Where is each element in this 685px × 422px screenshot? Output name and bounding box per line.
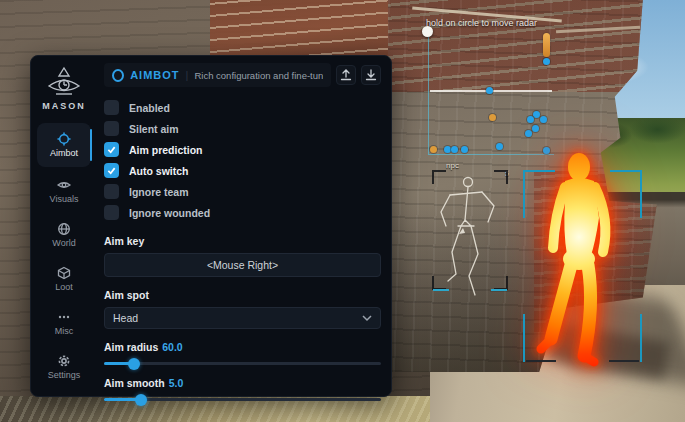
checkbox-box	[104, 184, 119, 199]
sidebar-item-world[interactable]: World	[37, 215, 91, 255]
check-icon	[106, 165, 117, 176]
header-divider: |	[186, 69, 189, 81]
sidebar-item-label: Settings	[48, 370, 81, 380]
sidebar-item-misc[interactable]: Misc	[37, 303, 91, 343]
download-icon	[365, 69, 377, 81]
aim-radius-value: 60.0	[162, 341, 182, 353]
mason-logo-text: MASON	[42, 101, 86, 111]
aim-radius-slider: Aim radius60.0	[104, 341, 381, 365]
gear-icon	[57, 354, 71, 368]
checkbox-enabled[interactable]: Enabled	[104, 97, 381, 118]
section-title: AIMBOT	[130, 69, 179, 81]
aim-smooth-label: Aim smooth	[104, 377, 165, 389]
checkbox-auto-switch[interactable]: Auto switch	[104, 160, 381, 181]
radar-horizon-line	[430, 90, 552, 92]
chevron-down-icon	[362, 314, 372, 322]
sidebar-item-label: World	[52, 238, 75, 248]
game-screen: hold on circle to move radar npc 5	[0, 0, 685, 422]
npc-skeleton-esp	[428, 168, 512, 298]
checkbox-box	[104, 100, 119, 115]
checkbox-aim-prediction[interactable]: Aim prediction	[104, 139, 381, 160]
sidebar-item-aimbot[interactable]: Aimbot	[37, 123, 91, 167]
section-subtitle: Rich configuration and fine-tuning	[194, 70, 323, 81]
eye-icon	[57, 178, 71, 192]
checkbox-ignore-wounded[interactable]: Ignore wounded	[104, 202, 381, 223]
slider-track[interactable]	[104, 398, 381, 401]
aim-radius-label: Aim radius	[104, 341, 158, 353]
mason-logo-icon	[45, 66, 83, 98]
download-config-button[interactable]	[361, 65, 381, 85]
sidebar-item-visuals[interactable]: Visuals	[37, 171, 91, 211]
slider-thumb[interactable]	[135, 394, 147, 406]
target-ring-icon	[112, 69, 124, 82]
radar-item-marker	[543, 33, 550, 57]
sidebar-item-label: Misc	[55, 326, 74, 336]
aim-spot-select[interactable]: Head	[104, 307, 381, 329]
ellipsis-icon	[57, 310, 71, 324]
cube-icon	[57, 266, 71, 280]
upload-config-button[interactable]	[336, 65, 356, 85]
sidebar-item-label: Visuals	[50, 194, 79, 204]
checkbox-box	[104, 205, 119, 220]
radar-hint-text: hold on circle to move radar	[426, 18, 537, 28]
radar-panel[interactable]	[428, 37, 554, 155]
checkbox-box	[104, 121, 119, 136]
section-header: AIMBOT | Rich configuration and fine-tun…	[104, 63, 331, 87]
sidebar-item-loot[interactable]: Loot	[37, 259, 91, 299]
aim-key-label: Aim key	[104, 235, 381, 247]
panel-content: AIMBOT | Rich configuration and fine-tun…	[97, 56, 398, 396]
player-bounding-box	[523, 170, 642, 362]
sidebar-nav: Aimbot Visuals World	[31, 123, 97, 391]
radar-drag-handle[interactable]	[422, 26, 433, 37]
sidebar: MASON Aimbot Visuals	[31, 56, 97, 396]
sidebar-item-label: Aimbot	[50, 148, 78, 158]
cheat-menu-panel: MASON Aimbot Visuals	[30, 55, 392, 397]
check-icon	[106, 144, 117, 155]
slider-track[interactable]	[104, 362, 381, 365]
checkbox-box	[104, 163, 119, 178]
sidebar-item-settings[interactable]: Settings	[37, 347, 91, 387]
checkbox-list: Enabled Silent aim Aim prediction Auto s…	[104, 97, 381, 223]
upload-icon	[340, 69, 352, 81]
aim-spot-value: Head	[113, 312, 138, 324]
slider-thumb[interactable]	[128, 358, 140, 370]
aim-smooth-value: 5.0	[169, 377, 184, 389]
checkbox-box	[104, 142, 119, 157]
active-indicator-bar	[90, 129, 93, 161]
checkbox-silent-aim[interactable]: Silent aim	[104, 118, 381, 139]
globe-icon	[57, 222, 71, 236]
aim-spot-label: Aim spot	[104, 289, 381, 301]
crosshair-icon	[57, 132, 71, 146]
checkbox-ignore-team[interactable]: Ignore team	[104, 181, 381, 202]
sidebar-item-label: Loot	[55, 282, 73, 292]
aim-key-button[interactable]: <Mouse Right>	[104, 253, 381, 277]
aim-smooth-slider: Aim smooth5.0	[104, 377, 381, 401]
